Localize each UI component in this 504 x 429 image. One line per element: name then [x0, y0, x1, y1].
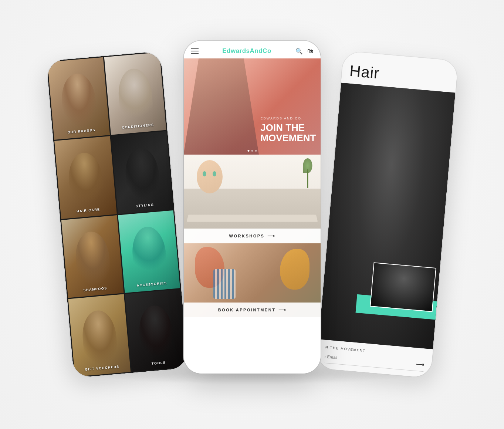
right-secondary-image-content	[370, 263, 435, 311]
hero-dots	[247, 150, 257, 152]
grid-cell-tools[interactable]: TOOLS	[125, 289, 187, 372]
hero-title-line2: MOVEMENT	[260, 132, 316, 143]
right-phone-content: Hair N THE MOVEMENT ⟶	[316, 51, 458, 378]
right-secondary-image	[369, 262, 436, 312]
room-plant	[302, 158, 313, 188]
hamburger-menu-button[interactable]	[191, 48, 199, 54]
appointment-cta-bar[interactable]: BOOK APPOINTMENT ⟶	[184, 303, 321, 317]
phone-right: Hair N THE MOVEMENT ⟶	[316, 51, 458, 378]
grid-cell-conditioners[interactable]: CONDITIONERS	[104, 52, 166, 135]
hero-dot-2[interactable]	[251, 150, 253, 152]
grid-cell-our-brands[interactable]: OUR BRANDS	[47, 57, 109, 140]
art-stripes	[213, 269, 236, 299]
phone-center: EdwardsAndCo 🔍 🛍 EDWARDS AND CO.	[184, 41, 321, 374]
right-email-input[interactable]	[324, 354, 416, 366]
workshops-cta-bar[interactable]: WORKSHOPS ⟶	[184, 229, 321, 243]
navbar-logo[interactable]: EdwardsAndCo	[222, 47, 271, 55]
center-phone-content: EdwardsAndCo 🔍 🛍 EDWARDS AND CO.	[184, 41, 321, 374]
art-face-oval	[197, 160, 223, 193]
art-eye-right	[213, 171, 216, 176]
workshops-section: WORKSHOPS ⟶	[184, 155, 321, 243]
art-face-right	[280, 249, 309, 290]
appointment-section: BOOK APPOINTMENT ⟶	[184, 243, 321, 317]
hero-person-image	[184, 58, 259, 155]
workshops-arrow-icon: ⟶	[267, 233, 275, 239]
grid-cell-hair-care[interactable]: HAIR CARE	[54, 136, 116, 219]
hero-dot-3[interactable]	[255, 150, 257, 152]
hero-title-line1: JOIN THE	[260, 122, 305, 133]
appointment-cta-label: BOOK APPOINTMENT	[218, 308, 276, 312]
hamburger-line-1	[191, 48, 199, 49]
hero-text-area: EDWARDS AND CO. JOIN THE MOVEMENT	[260, 116, 316, 143]
hero-dot-1[interactable]	[247, 150, 249, 152]
phone-left: OUR BRANDS CONDITIONERS HAIR CARE	[46, 51, 188, 378]
hero-subtitle: EDWARDS AND CO.	[260, 116, 316, 120]
cart-icon[interactable]: 🛍	[307, 48, 313, 54]
hero-title: JOIN THE MOVEMENT	[260, 122, 316, 143]
art-eye-left	[203, 171, 206, 176]
right-main-image	[318, 83, 455, 349]
search-icon[interactable]: 🔍	[295, 48, 303, 55]
left-phone-content: OUR BRANDS CONDITIONERS HAIR CARE	[46, 51, 188, 378]
center-hero: EDWARDS AND CO. JOIN THE MOVEMENT	[184, 58, 321, 155]
grid-cell-accessories[interactable]: ACCESSORIES	[118, 210, 180, 293]
plant-stem	[307, 169, 308, 188]
grid-cell-shampoos[interactable]: SHAMPOOS	[61, 215, 123, 298]
art-eyes	[197, 171, 223, 176]
navbar-icons: 🔍 🛍	[295, 48, 313, 55]
right-submit-arrow-icon[interactable]: ⟶	[415, 361, 424, 368]
art-face	[191, 160, 228, 208]
appointment-arrow-icon: ⟶	[278, 307, 286, 313]
center-navbar: EdwardsAndCo 🔍 🛍	[184, 41, 321, 58]
grid-cell-styling[interactable]: STYLING	[111, 131, 173, 214]
hamburger-line-2	[191, 51, 199, 51]
hamburger-line-3	[191, 53, 199, 54]
room-table	[186, 214, 318, 222]
scene: OUR BRANDS CONDITIONERS HAIR CARE	[49, 33, 456, 396]
grid-cell-gift-vouchers[interactable]: GIFT VOUCHERS	[68, 294, 130, 377]
workshops-cta-label: WORKSHOPS	[229, 234, 265, 238]
